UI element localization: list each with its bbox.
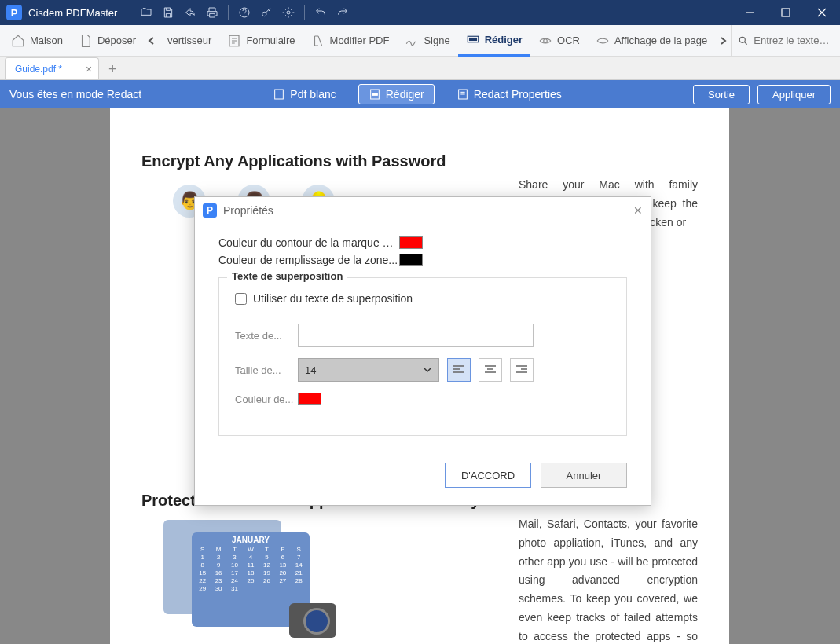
align-center-button[interactable] — [479, 358, 502, 382]
save-icon[interactable] — [159, 3, 178, 22]
chevron-down-icon — [423, 365, 432, 375]
font-size-select[interactable]: 14 — [298, 358, 439, 382]
main-toolbar: Maison Déposer vertisseur Formulaire Mod… — [0, 25, 840, 57]
use-overlay-checkbox[interactable] — [235, 293, 247, 305]
redo-icon[interactable] — [333, 3, 352, 22]
print-icon[interactable] — [203, 3, 222, 22]
label-fill-color: Couleur de remplissage de la zone... — [218, 254, 399, 266]
nav-view[interactable]: Affichage de la page — [588, 25, 715, 57]
tab-strip: Guide.pdf * × + — [0, 57, 840, 80]
outline-color-swatch[interactable] — [399, 236, 423, 249]
ok-button[interactable]: D'ACCORD — [445, 463, 531, 488]
tab-close-icon[interactable]: × — [86, 63, 92, 75]
dialog-close-icon[interactable]: ✕ — [633, 204, 643, 217]
overlay-text-input[interactable] — [298, 324, 534, 347]
dialog-titlebar[interactable]: P Propriétés ✕ — [195, 197, 651, 224]
mode-redact[interactable]: Rédiger — [358, 84, 435, 104]
nav-ocr[interactable]: OCR — [530, 25, 588, 57]
svg-rect-11 — [372, 93, 377, 96]
doc-paragraph: Mail, Safari, Contacts, your favorite ph… — [519, 515, 698, 644]
help-icon[interactable] — [235, 3, 254, 22]
undo-icon[interactable] — [311, 3, 330, 22]
search-input[interactable] — [754, 35, 831, 46]
nav-redact[interactable]: Rédiger — [458, 25, 530, 57]
camera-icon — [289, 603, 336, 638]
svg-point-2 — [287, 11, 290, 14]
svg-rect-6 — [469, 38, 476, 41]
document-tab[interactable]: Guide.pdf * × — [5, 57, 99, 79]
overlay-text-group: Texte de superposition Utiliser du texte… — [218, 277, 627, 436]
align-left-button[interactable] — [447, 358, 471, 382]
search-icon — [738, 35, 749, 46]
svg-point-1 — [262, 12, 266, 16]
nav-next[interactable] — [715, 36, 731, 46]
mode-whiteout[interactable]: Pdf blanc — [263, 84, 345, 104]
app-title: Cisdem PDFMaster — [28, 7, 117, 19]
nav-prev[interactable] — [144, 36, 160, 46]
label-overlay-text: Texte de... — [235, 330, 298, 342]
text-color-swatch[interactable] — [298, 393, 321, 405]
dialog-logo-icon: P — [203, 203, 217, 218]
label-font-size: Taille de... — [235, 364, 298, 376]
maximize-button[interactable] — [768, 0, 804, 25]
cancel-button[interactable]: Annuler — [541, 463, 627, 488]
exit-button[interactable]: Sortie — [693, 85, 750, 104]
doc-heading-1: Encrypt Any Applications with Password — [141, 152, 698, 170]
app-logo: P — [6, 5, 22, 20]
properties-dialog: P Propriétés ✕ Couleur du contour de la … — [194, 196, 651, 506]
svg-rect-3 — [782, 9, 790, 16]
dialog-title: Propriétés — [223, 204, 273, 217]
apply-button[interactable]: Appliquer — [757, 85, 831, 104]
doc-illustration: JANUARY SMTWTFS1234567891011121314151617… — [163, 520, 336, 644]
redact-mode-bar: Vous êtes en mode Redact Pdf blanc Rédig… — [0, 80, 840, 108]
align-right-button[interactable] — [510, 358, 534, 382]
nav-form[interactable]: Formulaire — [219, 25, 303, 57]
mode-status: Vous êtes en mode Redact — [9, 88, 141, 101]
tab-add-button[interactable]: + — [102, 59, 123, 79]
mode-properties[interactable]: Redact Properties — [447, 84, 571, 104]
nav-file[interactable]: Déposer — [71, 25, 144, 57]
search-box[interactable] — [731, 25, 837, 56]
checkbox-label: Utiliser du texte de superposition — [253, 292, 413, 305]
label-outline-color: Couleur du contour de la marque de... — [218, 236, 399, 249]
key-icon[interactable] — [257, 3, 276, 22]
nav-converter[interactable]: vertisseur — [160, 25, 219, 57]
settings-icon[interactable] — [279, 3, 298, 22]
open-icon[interactable] — [137, 3, 156, 22]
svg-point-8 — [740, 37, 746, 42]
nav-sign[interactable]: Signe — [397, 25, 457, 57]
close-button[interactable] — [804, 0, 840, 25]
svg-point-7 — [544, 38, 548, 42]
group-title: Texte de superposition — [227, 270, 347, 282]
svg-rect-9 — [275, 90, 284, 99]
title-bar: P Cisdem PDFMaster — [0, 0, 840, 25]
tab-label: Guide.pdf * — [15, 64, 62, 75]
minimize-button[interactable] — [732, 0, 768, 25]
fill-color-swatch[interactable] — [399, 254, 423, 266]
nav-edit[interactable]: Modifier PDF — [303, 25, 398, 57]
nav-home[interactable]: Maison — [3, 25, 71, 57]
share-icon[interactable] — [181, 3, 200, 22]
label-text-color: Couleur de... — [235, 393, 298, 405]
